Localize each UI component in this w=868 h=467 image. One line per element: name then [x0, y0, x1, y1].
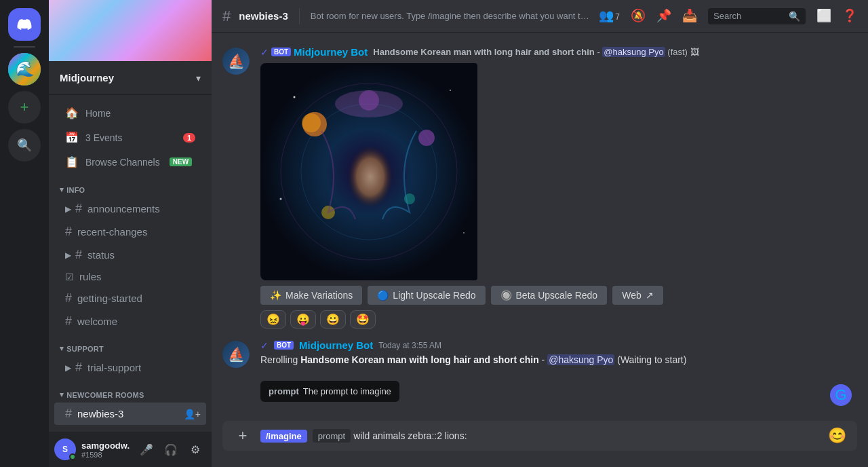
bot-avatar: ⛵ [222, 48, 250, 75]
events-label: 3 Events [85, 132, 122, 143]
window-icon[interactable]: ⬜ [816, 8, 831, 24]
attach-button[interactable]: + [228, 421, 258, 451]
discord-home-button[interactable] [8, 8, 41, 41]
svg-point-3 [333, 131, 408, 233]
hash-icon: # [65, 291, 72, 305]
headphones-button[interactable]: 🎧 [160, 438, 182, 460]
nav-home[interactable]: 🏠 Home [54, 101, 206, 125]
channel-header: # newbies-3 Bot room for new users. Type… [212, 0, 868, 33]
user-panel: S samgoodw... #1598 🎤 🎧 ⚙ [49, 432, 212, 467]
channel-announcements[interactable]: ▶ # announcements [54, 198, 206, 220]
verified-icon: ✓ [260, 47, 269, 58]
ai-image-container[interactable] [260, 63, 491, 280]
light-upscale-redo-button[interactable]: 🔵 Light Upscale Redo [368, 286, 485, 305]
search-icon: 🔍 [789, 11, 800, 22]
svg-point-10 [359, 90, 379, 111]
reaction-star-eyes[interactable]: 🤩 [350, 310, 376, 329]
action-buttons-row: ✨ Make Variations 🔵 Light Upscale Redo 🔘… [260, 286, 857, 305]
category-expand-icon: ▾ [60, 344, 64, 353]
inbox-icon[interactable]: 📥 [682, 8, 697, 24]
message-prompt-text: Handsome Korean man with long hair and s… [373, 47, 698, 57]
reroll-prefix: Rerolling [260, 354, 298, 365]
username: samgoodw... [81, 441, 130, 451]
channel-status[interactable]: ▶ # status [54, 244, 206, 266]
microphone-button[interactable]: 🎤 [136, 438, 157, 460]
pin-icon[interactable]: 📌 [656, 8, 671, 24]
expand-arrow-trial: ▶ [65, 363, 71, 373]
server-header[interactable]: Midjourney ▾ [49, 61, 212, 95]
midjourney-server-icon[interactable]: 🌊 [8, 53, 41, 86]
category-newcomer-label: NEWCOMER ROOMS [66, 391, 144, 399]
svg-point-6 [418, 130, 435, 146]
mute-icon[interactable]: 🔕 [631, 8, 646, 24]
reactions-row: 😖 😛 😀 🤩 [260, 310, 857, 329]
header-divider [299, 8, 300, 24]
channel-getting-started[interactable]: # getting-started [54, 287, 206, 310]
channel-list: 🏠 Home 📅 3 Events 1 📋 Browse Channels NE… [49, 95, 212, 432]
ai-generated-image [260, 63, 477, 280]
category-support-label: SUPPORT [66, 345, 104, 353]
message-input-box: + /imagine prompt 😊 [222, 421, 857, 451]
channel-name: newbies-3 [77, 408, 123, 419]
beta-upscale-redo-button[interactable]: 🔘 Beta Upscale Redo [491, 286, 608, 305]
channel-rules[interactable]: ☑ rules [54, 267, 206, 286]
server-banner [49, 0, 212, 61]
browse-channels-badge: NEW [170, 157, 192, 166]
help-icon[interactable]: ❓ [842, 8, 857, 24]
web-label: Web [622, 290, 642, 301]
messages-area: ⛵ ✓ BOT Midjourney Bot Hands [212, 33, 868, 421]
reaction-grin[interactable]: 😀 [320, 310, 346, 329]
bot-avatar-wrapper: ⛵ [222, 46, 250, 73]
channel-name: status [87, 249, 115, 261]
reaction-tongue[interactable]: 😛 [290, 310, 316, 329]
main-wrapper: # newbies-3 Bot room for new users. Type… [212, 0, 868, 467]
home-icon: 🏠 [65, 107, 79, 119]
channel-welcome[interactable]: # welcome [54, 310, 206, 333]
avatar-letter: S [62, 445, 68, 454]
prompt-tooltip: prompt The prompt to imagine [260, 381, 399, 402]
discover-servers-button[interactable]: 🔍 [8, 129, 41, 162]
members-icon[interactable]: 👥7 [599, 8, 620, 24]
web-button[interactable]: Web ↗ [612, 286, 663, 305]
sidebar-divider [14, 46, 35, 48]
reroll-mention[interactable]: @haksung Pyo [547, 354, 614, 365]
reroll-message-content: ✓ BOT Midjourney Bot Today at 3:55 AM Re… [260, 339, 857, 367]
bot-tag-2: BOT [274, 341, 294, 350]
channel-recent-changes[interactable]: # recent-changes [54, 221, 206, 243]
nav-events[interactable]: 📅 3 Events 1 [54, 126, 206, 149]
prompt-tooltip-group: prompt The prompt to imagine [222, 370, 857, 410]
hash-icon: # [75, 360, 82, 375]
channel-trial-support[interactable]: ▶ # trial-support [54, 356, 206, 379]
add-member-icon[interactable]: 👤+ [184, 409, 201, 419]
reaction-grimace[interactable]: 😖 [260, 310, 286, 329]
hash-icon: # [65, 407, 72, 421]
category-support[interactable]: ▾ SUPPORT [49, 333, 212, 356]
settings-button[interactable]: ⚙ [184, 438, 206, 460]
message-input[interactable] [353, 430, 819, 441]
channel-name: announcements [87, 203, 160, 214]
header-icons: 👥7 🔕 📌 📥 Search 🔍 ⬜ ❓ [599, 8, 857, 24]
mention-tag[interactable]: @haksung Pyo [602, 47, 665, 57]
home-label: Home [85, 108, 111, 119]
message-bot-image-group: ⛵ ✓ BOT Midjourney Bot Hands [222, 43, 857, 331]
server-name: Midjourney [60, 72, 114, 83]
slash-command-label: /imagine [260, 430, 307, 443]
add-server-button[interactable]: + [8, 91, 41, 124]
category-newcomer-rooms[interactable]: ▾ NEWCOMER ROOMS [49, 379, 212, 402]
category-info[interactable]: ▾ INFO [49, 174, 212, 197]
icon-sidebar: 🌊 + 🔍 [0, 0, 49, 467]
light-upscale-redo-label: Light Upscale Redo [393, 290, 475, 301]
make-variations-label: Make Variations [285, 290, 353, 301]
scroll-to-bottom-button[interactable]: G [830, 384, 852, 406]
channel-newbies-33[interactable]: # newbies-33 [54, 426, 206, 432]
command-input-wrapper: /imagine prompt [260, 426, 819, 447]
reroll-author: Midjourney Bot [299, 339, 373, 351]
prompt-label-text: prompt [318, 431, 345, 441]
emoji-button[interactable]: 😊 [822, 421, 852, 451]
make-variations-button[interactable]: ✨ Make Variations [260, 286, 362, 305]
channel-newbies-3[interactable]: # newbies-3 👤+ [54, 403, 206, 425]
external-link-icon: ↗ [646, 290, 654, 301]
variations-icon: ✨ [270, 290, 281, 301]
nav-browse-channels[interactable]: 📋 Browse Channels NEW [54, 150, 206, 174]
header-search[interactable]: Search 🔍 [708, 8, 806, 24]
